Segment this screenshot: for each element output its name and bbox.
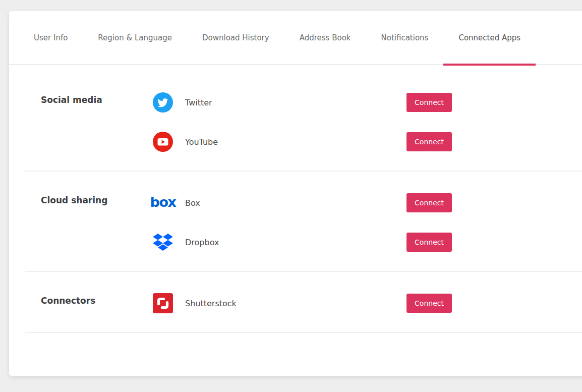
app-row-shutterstock: Shutterstock Connect — [153, 284, 452, 323]
section-divider — [25, 332, 582, 333]
section-connectors: Connectors Shutterstock Connect — [9, 272, 582, 332]
tab-label: Notifications — [381, 33, 429, 42]
tab-user-info[interactable]: User Info — [19, 11, 83, 64]
section-social-media: Social media Twitter Connect — [9, 65, 582, 171]
connect-button-box[interactable]: Connect — [406, 193, 452, 212]
tab-download-history[interactable]: Download History — [187, 11, 284, 64]
app-name: YouTube — [185, 137, 406, 147]
app-rows: box Box Connect Dropbox Connect — [153, 183, 452, 262]
active-tab-indicator — [443, 64, 536, 66]
app-row-dropbox: Dropbox Connect — [153, 222, 452, 262]
app-rows: Twitter Connect YouTube Connect — [153, 83, 452, 161]
box-wordmark: box — [150, 195, 176, 209]
connect-button-twitter[interactable]: Connect — [406, 93, 452, 112]
tab-label: Download History — [202, 33, 269, 42]
tab-connected-apps[interactable]: Connected Apps — [443, 11, 536, 64]
section-cloud-sharing: Cloud sharing box Box Connect Dropbox — [9, 172, 582, 271]
tab-label: Connected Apps — [458, 33, 520, 42]
connect-button-dropbox[interactable]: Connect — [406, 233, 452, 252]
section-title: Social media — [41, 95, 153, 161]
app-row-twitter: Twitter Connect — [153, 83, 452, 122]
shutterstock-icon — [153, 293, 173, 313]
twitter-icon — [153, 92, 173, 113]
settings-card: User Info Region & Language Download His… — [9, 11, 582, 376]
settings-tabbar: User Info Region & Language Download His… — [9, 11, 582, 65]
app-row-box: box Box Connect — [153, 183, 452, 222]
dropbox-icon — [153, 232, 173, 252]
app-name: Dropbox — [185, 238, 406, 247]
settings-page: User Info Region & Language Download His… — [0, 0, 582, 392]
app-name: Box — [185, 198, 406, 208]
tab-notifications[interactable]: Notifications — [366, 11, 444, 64]
app-row-youtube: YouTube Connect — [153, 122, 452, 161]
app-rows: Shutterstock Connect — [153, 284, 452, 323]
tab-label: User Info — [34, 33, 68, 42]
app-name: Twitter — [185, 98, 406, 107]
connect-button-shutterstock[interactable]: Connect — [406, 294, 452, 313]
section-title: Cloud sharing — [41, 195, 153, 262]
tab-region-language[interactable]: Region & Language — [83, 11, 187, 64]
tab-address-book[interactable]: Address Book — [284, 11, 366, 64]
connect-button-youtube[interactable]: Connect — [406, 132, 452, 151]
section-title: Connectors — [41, 296, 153, 323]
youtube-icon — [153, 132, 173, 152]
tab-label: Address Book — [300, 33, 351, 42]
box-icon: box — [153, 193, 173, 213]
tab-label: Region & Language — [98, 33, 172, 42]
app-name: Shutterstock — [185, 299, 406, 308]
